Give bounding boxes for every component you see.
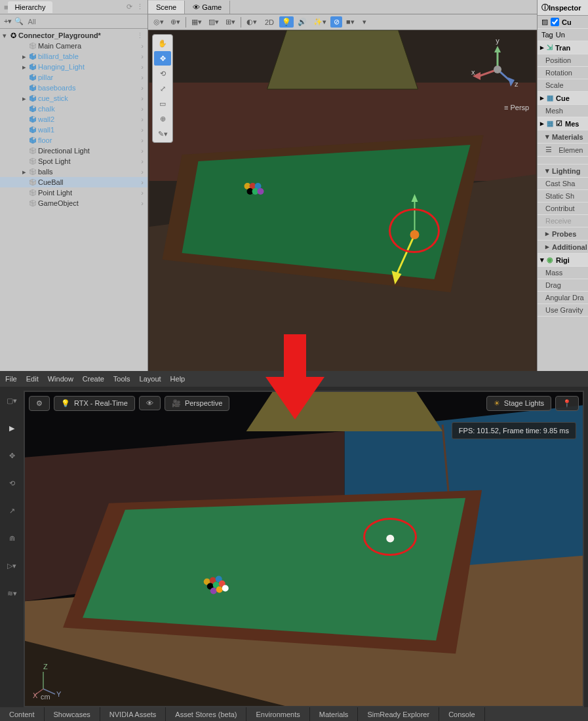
inspector-gravity[interactable]: Use Gravity <box>538 304 588 317</box>
tree-row[interactable]: ▸Hanging_Light› <box>0 62 147 72</box>
tree-row[interactable]: ▸billiard_table› <box>0 51 147 62</box>
visibility-button[interactable]: 👁 <box>139 396 161 410</box>
audio-icon[interactable]: 🔊 <box>295 16 309 28</box>
light-icon[interactable]: 💡 <box>279 16 294 28</box>
effects-icon[interactable]: ✨▾ <box>311 16 329 28</box>
inspector-materials[interactable]: ▾ Materials <box>538 130 588 144</box>
rotate-tool[interactable]: ⟲ <box>154 66 171 81</box>
tab-scene[interactable]: Scene <box>148 1 185 14</box>
tree-row[interactable]: ▸balls› <box>0 166 147 177</box>
bottombar-content[interactable]: Content <box>0 707 45 721</box>
inspector-contrib[interactable]: Contribut <box>538 203 588 215</box>
gizmos-icon[interactable]: ▾ <box>359 16 370 28</box>
inspector-lighting[interactable]: ▾ Lighting <box>538 165 588 178</box>
rotate-tool-omni[interactable]: ⟲ <box>4 476 20 492</box>
panel-menu-icon[interactable]: ⋮ <box>132 3 144 11</box>
inspector-rigidbody[interactable]: ▾ ◉ Rigi <box>538 254 588 267</box>
move-tool[interactable]: ✥ <box>154 51 171 66</box>
bottombar-materials[interactable]: Materials <box>310 707 359 721</box>
inspector-probes[interactable]: ▸ Probes <box>538 227 588 241</box>
tree-row[interactable]: wall2› <box>0 114 147 125</box>
menu-window[interactable]: Window <box>48 375 73 383</box>
hierarchy-tab-label[interactable]: Hierarchy <box>8 1 52 13</box>
expand-arrow-icon[interactable]: ▸ <box>21 52 28 61</box>
inspector-rotation[interactable]: Rotation <box>538 67 588 79</box>
inspector-drag[interactable]: Drag <box>538 279 588 292</box>
omni-axes-gizmo[interactable]: Z X Y cm <box>31 661 71 701</box>
menu-edit[interactable]: Edit <box>26 375 39 383</box>
inspector-tag-row[interactable]: Tag Un <box>538 29 588 41</box>
menu-tools[interactable]: Tools <box>113 375 130 383</box>
tree-row[interactable]: Main Camera› <box>0 41 147 51</box>
render-mode-button[interactable]: 💡RTX - Real-Time <box>54 396 135 411</box>
bottombar-showcases[interactable]: Showcases <box>45 707 100 721</box>
mode-2d[interactable]: 2D <box>261 17 278 28</box>
tree-row[interactable]: GameObject› <box>0 198 147 208</box>
tree-row[interactable]: baseboards› <box>0 83 147 93</box>
scale-tool[interactable]: ⤢ <box>154 81 171 96</box>
inspector-additional[interactable]: ▸ Additional S <box>538 241 588 254</box>
inspector-transform[interactable]: ▸ ⇲ Tran <box>538 41 588 54</box>
hidden-icon[interactable]: ⊘ <box>330 16 342 28</box>
inspector-static[interactable]: Static Sh <box>538 190 588 203</box>
tree-row[interactable]: ▸cue_stick› <box>0 93 147 104</box>
omni-viewport[interactable]: ⚙ 💡RTX - Real-Time 👁 🎥Perspective ☀Stage… <box>24 391 584 707</box>
bottombar-simready[interactable]: SimReady Explorer <box>358 707 439 721</box>
inspector-receive[interactable]: Receive <box>538 215 588 227</box>
bottombar-assetstores[interactable]: Asset Stores (beta) <box>166 707 246 721</box>
tree-row[interactable]: Spot Light› <box>0 156 147 166</box>
scene-viewport[interactable]: ✋ ✥ ⟲ ⤢ ▭ ⊕ ✎▾ <box>148 30 537 371</box>
inspector-mesh[interactable]: Mesh <box>538 105 588 117</box>
panel-lock-icon[interactable]: ⟳ <box>127 3 132 11</box>
snap-icon[interactable]: ▨▾ <box>206 16 222 28</box>
tree-row[interactable]: wall1› <box>0 125 147 135</box>
inspector-scale[interactable]: Scale <box>538 79 588 92</box>
inspector-position[interactable]: Position <box>538 54 588 67</box>
inspector-angular[interactable]: Angular Dra <box>538 292 588 304</box>
tree-row[interactable]: Point Light› <box>0 187 147 198</box>
play-tool[interactable]: ▷▾ <box>4 558 20 574</box>
inspector-meshrenderer[interactable]: ▸ ▦ ☑ Mes <box>538 117 588 130</box>
transform-tool[interactable]: ⊕ <box>154 111 171 126</box>
tree-root[interactable]: ▾ ✪ Connector_Playground* ⋮ <box>0 30 147 41</box>
stage-lights-button[interactable]: ☀Stage Lights <box>486 396 551 411</box>
add-icon[interactable]: +▾ <box>4 17 12 26</box>
bottombar-nvidia[interactable]: NVIDIA Assets <box>100 707 167 721</box>
tree-row[interactable]: CueBall› <box>0 177 147 187</box>
menu-file[interactable]: File <box>5 375 17 383</box>
camera-mode-button[interactable]: 🎥Perspective <box>165 396 229 411</box>
pointer-tool[interactable]: ▶ <box>4 421 20 437</box>
global-icon[interactable]: ⊕▾ <box>168 16 183 28</box>
tab-game[interactable]: 👁 Game <box>185 1 230 14</box>
rect-tool[interactable]: ▭ <box>154 96 171 111</box>
bottombar-console[interactable]: Console <box>439 707 484 721</box>
anim-tool[interactable]: ≋▾ <box>4 586 20 602</box>
increment-icon[interactable]: ⊞▾ <box>223 16 238 28</box>
camera-icon[interactable]: ■▾ <box>343 16 357 28</box>
hand-tool[interactable]: ✋ <box>154 36 171 50</box>
expand-arrow-icon[interactable]: ▸ <box>21 63 28 71</box>
inspector-cast[interactable]: Cast Sha <box>538 178 588 190</box>
expand-arrow-icon[interactable]: ▸ <box>21 168 28 176</box>
expand-arrow-icon[interactable]: ▸ <box>21 94 28 103</box>
orientation-gizmo[interactable]: y x z ≡ Persp <box>465 37 530 115</box>
hierarchy-search-input[interactable] <box>26 17 144 26</box>
settings-button[interactable]: ⚙ <box>29 396 50 411</box>
inspector-cue[interactable]: ▸ ▦ Cue <box>538 92 588 105</box>
menu-create[interactable]: Create <box>83 375 104 383</box>
inspector-name-row[interactable]: ▨ Cu <box>538 16 588 29</box>
scale-tool-omni[interactable]: ↗ <box>4 503 20 519</box>
tree-row[interactable]: pillar› <box>0 72 147 83</box>
location-button[interactable]: 📍 <box>555 396 579 411</box>
inspector-mass[interactable]: Mass <box>538 267 588 279</box>
menu-help[interactable]: Help <box>170 375 186 383</box>
tree-row[interactable]: Directional Light› <box>0 146 147 156</box>
snap-tool[interactable]: ⋒ <box>4 531 20 547</box>
tree-row[interactable]: chalk› <box>0 104 147 114</box>
bottombar-environments[interactable]: Environments <box>246 707 309 721</box>
pivot-icon[interactable]: ◎▾ <box>151 16 167 28</box>
menu-layout[interactable]: Layout <box>140 375 161 383</box>
tree-row[interactable]: floor› <box>0 135 147 146</box>
select-tool[interactable]: ▢▾ <box>4 393 20 409</box>
active-checkbox[interactable] <box>551 18 559 26</box>
